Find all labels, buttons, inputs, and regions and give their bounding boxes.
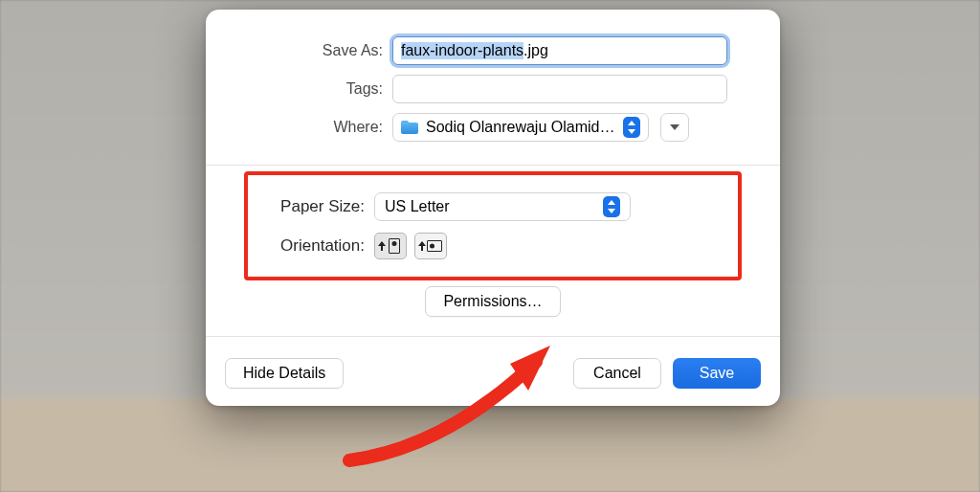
paper-size-value: US Letter [385, 198, 597, 215]
save-section: Save As: faux-indoor-plants.jpg Tags: Wh… [206, 19, 780, 159]
hide-details-button[interactable]: Hide Details [225, 358, 344, 389]
save-as-label: Save As: [234, 42, 383, 59]
tags-label: Tags: [234, 80, 383, 98]
save-dialog: Save As: faux-indoor-plants.jpg Tags: Wh… [206, 10, 780, 406]
portrait-icon [389, 238, 400, 254]
save-as-ext: .jpg [523, 42, 548, 59]
permissions-row: Permissions… [206, 280, 780, 330]
save-button[interactable]: Save [673, 358, 761, 389]
highlight-annotation: Paper Size: US Letter Orientation: [244, 171, 742, 280]
up-arrow-icon [419, 241, 426, 251]
paper-size-select[interactable]: US Letter [374, 192, 631, 221]
cancel-button[interactable]: Cancel [573, 358, 661, 389]
orientation-portrait-button[interactable] [374, 233, 407, 259]
folder-icon [401, 121, 418, 134]
chevron-down-icon [670, 124, 679, 130]
paper-size-label: Paper Size: [261, 197, 365, 216]
where-select[interactable]: Sodiq Olanrewaju Olamid… [392, 113, 649, 142]
orientation-landscape-button[interactable] [414, 233, 447, 259]
orientation-group [374, 233, 447, 259]
tags-input[interactable] [392, 75, 727, 103]
updown-icon [623, 117, 640, 138]
up-arrow-icon [379, 241, 386, 251]
permissions-button[interactable]: Permissions… [425, 286, 560, 317]
updown-icon [603, 196, 620, 217]
where-label: Where: [234, 119, 383, 136]
divider [206, 165, 780, 166]
where-value: Sodiq Olanrewaju Olamid… [426, 119, 617, 136]
save-as-selected-stem: faux-indoor-plants [401, 42, 523, 59]
orientation-label: Orientation: [261, 236, 365, 256]
save-as-input[interactable]: faux-indoor-plants.jpg [392, 36, 727, 65]
divider [206, 336, 780, 337]
dialog-footer: Hide Details Cancel Save [206, 343, 780, 406]
expand-browser-button[interactable] [660, 113, 689, 142]
landscape-icon [427, 240, 442, 252]
